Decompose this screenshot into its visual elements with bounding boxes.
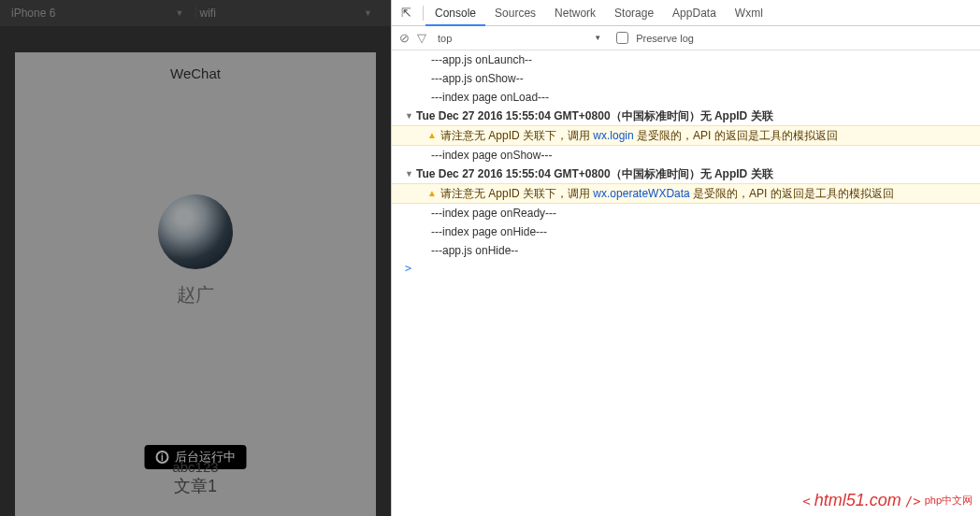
preserve-log-label: Preserve log (636, 33, 694, 44)
console-log-line: ---index page onReady--- (392, 204, 980, 222)
devtools-panel: ⇱ Console Sources Network Storage AppDat… (391, 0, 980, 516)
tab-storage[interactable]: Storage (605, 0, 663, 26)
console-log-line: Tue Dec 27 2016 15:55:04 GMT+0800（中国标准时间… (392, 165, 980, 183)
console-log-line: Tue Dec 27 2016 15:55:04 GMT+0800（中国标准时间… (392, 107, 980, 125)
console-log-line: 请注意无 AppID 关联下，调用 wx.operateWXData 是受限的，… (392, 183, 980, 204)
bottom-line-2: 文章1 (172, 475, 218, 497)
simulator-panel: iPhone 6 ▼ wifi ▼ WeChat 赵广 i 后台运行中 abc1… (0, 0, 391, 516)
bottom-text: abc123 文章1 (172, 459, 218, 497)
watermark-left-tag: < (802, 494, 810, 509)
tab-console[interactable]: Console (425, 0, 485, 26)
avatar (158, 194, 233, 269)
device-frame: WeChat 赵广 i 后台运行中 abc123 文章1 (15, 52, 376, 516)
inspect-icon[interactable]: ⇱ (392, 6, 421, 20)
chevron-down-icon: ▼ (364, 8, 372, 18)
filter-icon[interactable]: ▽ (417, 31, 426, 45)
nickname: 赵广 (15, 282, 376, 308)
network-select[interactable]: wifi ▼ (195, 7, 384, 20)
context-select[interactable]: top (434, 33, 455, 44)
console-log-line: ---app.js onLaunch-- (392, 50, 980, 69)
console-log-line: ---index page onShow--- (392, 146, 980, 165)
console-body[interactable]: ---app.js onLaunch-----app.js onShow----… (392, 50, 980, 516)
console-log-line: ---app.js onShow-- (392, 69, 980, 88)
devtools-tabbar: ⇱ Console Sources Network Storage AppDat… (392, 0, 980, 26)
clear-console-icon[interactable]: ⊘ (399, 31, 410, 45)
info-icon: i (156, 451, 169, 464)
tab-wxml[interactable]: Wxml (726, 0, 772, 26)
preserve-log-checkbox[interactable] (616, 32, 628, 44)
device-select-value: iPhone 6 (11, 7, 55, 20)
chevron-down-icon: ▼ (594, 34, 601, 42)
watermark-subtext: php中文网 (925, 494, 973, 508)
console-log-line: 请注意无 AppID 关联下，调用 wx.login 是受限的，API 的返回是… (392, 125, 980, 146)
bottom-line-1: abc123 (172, 459, 218, 475)
tab-network[interactable]: Network (545, 0, 605, 26)
watermark-text: html51.com (814, 491, 901, 510)
chevron-down-icon: ▼ (176, 8, 184, 18)
separator (423, 6, 424, 21)
console-log-line: ---index page onHide--- (392, 222, 980, 241)
watermark-right-tag: /> (905, 494, 921, 509)
watermark: < html51.com /> php中文网 (802, 491, 973, 510)
device-select[interactable]: iPhone 6 ▼ (7, 7, 195, 20)
console-filter-bar: ⊘ ▽ top ▼ Preserve log (392, 26, 980, 50)
console-prompt[interactable]: > (392, 260, 980, 277)
simulator-toolbar: iPhone 6 ▼ wifi ▼ (0, 0, 391, 26)
tab-appdata[interactable]: AppData (663, 0, 726, 26)
app-title: WeChat (15, 52, 376, 94)
tab-sources[interactable]: Sources (485, 0, 545, 26)
console-log-line: ---app.js onHide-- (392, 241, 980, 260)
network-select-value: wifi (200, 7, 216, 20)
console-log-line: ---index page onLoad--- (392, 88, 980, 107)
